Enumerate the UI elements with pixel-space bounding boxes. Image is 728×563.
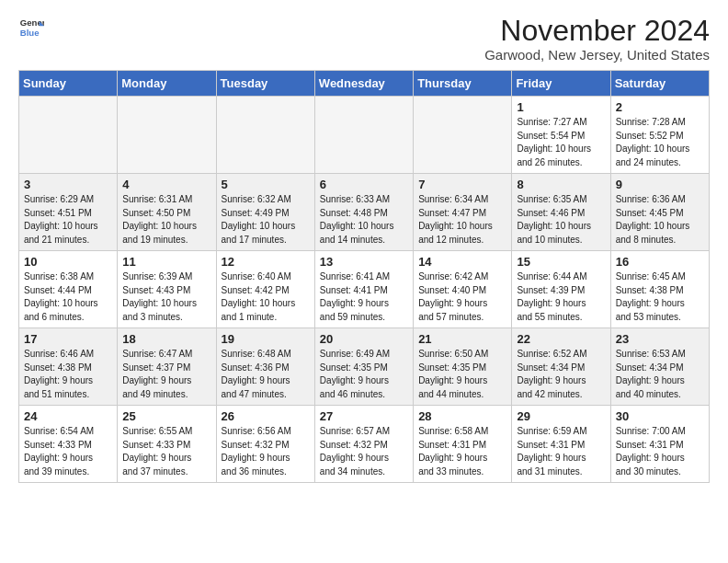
calendar-week-row: 3Sunrise: 6:29 AM Sunset: 4:51 PM Daylig… bbox=[19, 174, 710, 251]
calendar-cell: 21Sunrise: 6:50 AM Sunset: 4:35 PM Dayli… bbox=[414, 328, 512, 406]
day-info: Sunrise: 6:41 AM Sunset: 4:41 PM Dayligh… bbox=[320, 270, 408, 324]
page-header: General Blue November 2024 Garwood, New … bbox=[18, 15, 710, 63]
calendar-cell: 7Sunrise: 6:34 AM Sunset: 4:47 PM Daylig… bbox=[414, 174, 512, 251]
day-number: 6 bbox=[320, 178, 408, 191]
calendar-cell: 11Sunrise: 6:39 AM Sunset: 4:43 PM Dayli… bbox=[118, 251, 216, 328]
calendar-week-row: 24Sunrise: 6:54 AM Sunset: 4:33 PM Dayli… bbox=[19, 406, 710, 483]
day-number: 17 bbox=[24, 332, 112, 346]
day-number: 23 bbox=[616, 332, 704, 346]
day-info: Sunrise: 6:48 AM Sunset: 4:36 PM Dayligh… bbox=[222, 348, 310, 401]
calendar-cell: 17Sunrise: 6:46 AM Sunset: 4:38 PM Dayli… bbox=[19, 328, 118, 406]
day-number: 1 bbox=[517, 100, 605, 114]
day-number: 2 bbox=[616, 100, 704, 114]
calendar-cell: 20Sunrise: 6:49 AM Sunset: 4:35 PM Dayli… bbox=[314, 328, 413, 406]
calendar-cell bbox=[216, 97, 314, 174]
weekday-header: Saturday bbox=[610, 71, 709, 97]
calendar-cell: 12Sunrise: 6:40 AM Sunset: 4:42 PM Dayli… bbox=[216, 251, 314, 328]
weekday-header: Friday bbox=[512, 71, 610, 97]
calendar-cell: 5Sunrise: 6:32 AM Sunset: 4:49 PM Daylig… bbox=[216, 174, 314, 251]
day-info: Sunrise: 6:45 AM Sunset: 4:38 PM Dayligh… bbox=[616, 270, 704, 324]
weekday-header: Monday bbox=[118, 71, 216, 97]
day-number: 10 bbox=[24, 255, 112, 269]
day-info: Sunrise: 6:49 AM Sunset: 4:35 PM Dayligh… bbox=[320, 348, 408, 401]
day-info: Sunrise: 6:52 AM Sunset: 4:34 PM Dayligh… bbox=[517, 348, 605, 401]
calendar-cell: 6Sunrise: 6:33 AM Sunset: 4:48 PM Daylig… bbox=[314, 174, 413, 251]
day-info: Sunrise: 6:57 AM Sunset: 4:32 PM Dayligh… bbox=[320, 425, 408, 478]
month-title: November 2024 bbox=[484, 15, 710, 47]
day-number: 21 bbox=[418, 332, 506, 346]
calendar-cell: 15Sunrise: 6:44 AM Sunset: 4:39 PM Dayli… bbox=[512, 251, 610, 328]
calendar-cell: 30Sunrise: 7:00 AM Sunset: 4:31 PM Dayli… bbox=[610, 406, 709, 483]
day-number: 19 bbox=[222, 332, 310, 346]
day-number: 18 bbox=[122, 332, 210, 346]
day-info: Sunrise: 6:42 AM Sunset: 4:40 PM Dayligh… bbox=[418, 270, 506, 324]
day-number: 13 bbox=[320, 255, 408, 269]
day-info: Sunrise: 6:40 AM Sunset: 4:42 PM Dayligh… bbox=[222, 270, 310, 324]
weekday-header: Wednesday bbox=[314, 71, 413, 97]
calendar-cell: 28Sunrise: 6:58 AM Sunset: 4:31 PM Dayli… bbox=[414, 406, 512, 483]
calendar-cell: 24Sunrise: 6:54 AM Sunset: 4:33 PM Dayli… bbox=[19, 406, 118, 483]
calendar-cell bbox=[314, 97, 413, 174]
day-number: 28 bbox=[418, 409, 506, 423]
day-info: Sunrise: 6:44 AM Sunset: 4:39 PM Dayligh… bbox=[517, 270, 605, 324]
weekday-header: Thursday bbox=[414, 71, 512, 97]
day-info: Sunrise: 7:27 AM Sunset: 5:54 PM Dayligh… bbox=[517, 116, 605, 169]
logo[interactable]: General Blue bbox=[18, 15, 44, 40]
day-number: 15 bbox=[517, 255, 605, 269]
day-number: 14 bbox=[418, 255, 506, 269]
day-info: Sunrise: 6:54 AM Sunset: 4:33 PM Dayligh… bbox=[24, 425, 112, 478]
calendar-cell: 8Sunrise: 6:35 AM Sunset: 4:46 PM Daylig… bbox=[512, 174, 610, 251]
day-info: Sunrise: 6:50 AM Sunset: 4:35 PM Dayligh… bbox=[418, 348, 506, 401]
calendar-cell: 13Sunrise: 6:41 AM Sunset: 4:41 PM Dayli… bbox=[314, 251, 413, 328]
calendar-week-row: 1Sunrise: 7:27 AM Sunset: 5:54 PM Daylig… bbox=[19, 97, 710, 174]
day-info: Sunrise: 6:39 AM Sunset: 4:43 PM Dayligh… bbox=[122, 270, 210, 324]
day-number: 5 bbox=[222, 178, 310, 191]
day-number: 22 bbox=[517, 332, 605, 346]
calendar-cell: 2Sunrise: 7:28 AM Sunset: 5:52 PM Daylig… bbox=[610, 97, 709, 174]
calendar-cell: 19Sunrise: 6:48 AM Sunset: 4:36 PM Dayli… bbox=[216, 328, 314, 406]
day-info: Sunrise: 6:32 AM Sunset: 4:49 PM Dayligh… bbox=[222, 193, 310, 247]
day-number: 26 bbox=[222, 409, 310, 423]
weekday-header: Sunday bbox=[19, 71, 118, 97]
day-number: 9 bbox=[616, 178, 704, 191]
calendar-week-row: 17Sunrise: 6:46 AM Sunset: 4:38 PM Dayli… bbox=[19, 328, 710, 406]
calendar-table: SundayMondayTuesdayWednesdayThursdayFrid… bbox=[18, 70, 710, 483]
calendar-cell: 25Sunrise: 6:55 AM Sunset: 4:33 PM Dayli… bbox=[118, 406, 216, 483]
calendar-cell: 4Sunrise: 6:31 AM Sunset: 4:50 PM Daylig… bbox=[118, 174, 216, 251]
day-number: 8 bbox=[517, 178, 605, 191]
day-info: Sunrise: 6:59 AM Sunset: 4:31 PM Dayligh… bbox=[517, 425, 605, 478]
calendar-cell: 26Sunrise: 6:56 AM Sunset: 4:32 PM Dayli… bbox=[216, 406, 314, 483]
day-info: Sunrise: 6:38 AM Sunset: 4:44 PM Dayligh… bbox=[24, 270, 112, 324]
day-info: Sunrise: 6:56 AM Sunset: 4:32 PM Dayligh… bbox=[222, 425, 310, 478]
calendar-cell bbox=[414, 97, 512, 174]
day-number: 11 bbox=[122, 255, 210, 269]
calendar-cell: 9Sunrise: 6:36 AM Sunset: 4:45 PM Daylig… bbox=[610, 174, 709, 251]
calendar-cell: 16Sunrise: 6:45 AM Sunset: 4:38 PM Dayli… bbox=[610, 251, 709, 328]
day-info: Sunrise: 6:34 AM Sunset: 4:47 PM Dayligh… bbox=[418, 193, 506, 247]
day-number: 20 bbox=[320, 332, 408, 346]
day-info: Sunrise: 7:00 AM Sunset: 4:31 PM Dayligh… bbox=[616, 425, 704, 478]
day-number: 25 bbox=[122, 409, 210, 423]
day-number: 4 bbox=[122, 178, 210, 191]
day-number: 30 bbox=[616, 409, 704, 423]
calendar-cell bbox=[118, 97, 216, 174]
day-info: Sunrise: 6:58 AM Sunset: 4:31 PM Dayligh… bbox=[418, 425, 506, 478]
day-number: 12 bbox=[222, 255, 310, 269]
day-info: Sunrise: 6:33 AM Sunset: 4:48 PM Dayligh… bbox=[320, 193, 408, 247]
day-number: 16 bbox=[616, 255, 704, 269]
day-info: Sunrise: 6:55 AM Sunset: 4:33 PM Dayligh… bbox=[122, 425, 210, 478]
day-info: Sunrise: 6:53 AM Sunset: 4:34 PM Dayligh… bbox=[616, 348, 704, 401]
day-info: Sunrise: 6:31 AM Sunset: 4:50 PM Dayligh… bbox=[122, 193, 210, 247]
day-info: Sunrise: 6:29 AM Sunset: 4:51 PM Dayligh… bbox=[24, 193, 112, 247]
location-subtitle: Garwood, New Jersey, United States bbox=[484, 47, 710, 63]
calendar-cell: 29Sunrise: 6:59 AM Sunset: 4:31 PM Dayli… bbox=[512, 406, 610, 483]
calendar-cell: 18Sunrise: 6:47 AM Sunset: 4:37 PM Dayli… bbox=[118, 328, 216, 406]
day-info: Sunrise: 6:35 AM Sunset: 4:46 PM Dayligh… bbox=[517, 193, 605, 247]
svg-text:Blue: Blue bbox=[20, 28, 40, 38]
day-info: Sunrise: 7:28 AM Sunset: 5:52 PM Dayligh… bbox=[616, 116, 704, 169]
weekday-header: Tuesday bbox=[216, 71, 314, 97]
calendar-cell: 1Sunrise: 7:27 AM Sunset: 5:54 PM Daylig… bbox=[512, 97, 610, 174]
calendar-cell: 3Sunrise: 6:29 AM Sunset: 4:51 PM Daylig… bbox=[19, 174, 118, 251]
calendar-cell: 10Sunrise: 6:38 AM Sunset: 4:44 PM Dayli… bbox=[19, 251, 118, 328]
calendar-header-row: SundayMondayTuesdayWednesdayThursdayFrid… bbox=[19, 71, 710, 97]
